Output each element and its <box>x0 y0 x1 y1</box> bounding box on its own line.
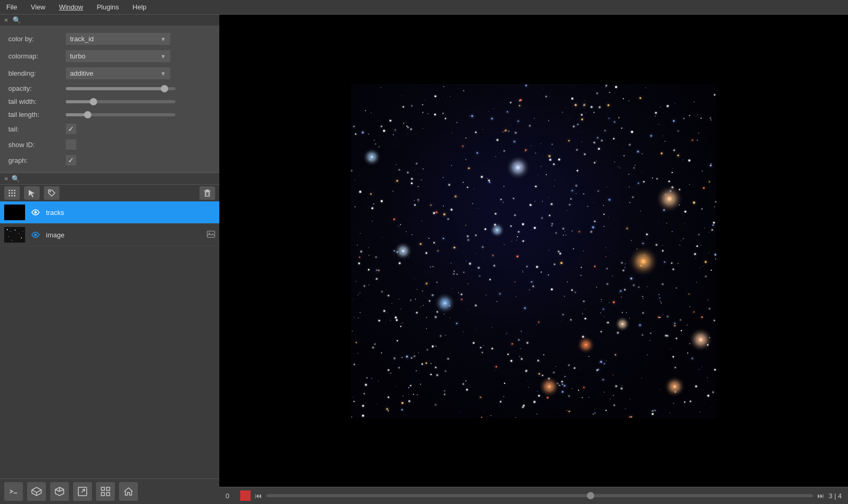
blending-select[interactable]: additive translucent opaque <box>66 67 170 79</box>
menu-file[interactable]: File <box>4 2 19 12</box>
svg-rect-31 <box>101 487 104 490</box>
home-button[interactable] <box>119 482 138 501</box>
svg-rect-13 <box>206 190 208 191</box>
layer-eye-image[interactable] <box>29 229 42 241</box>
blending-label: blending: <box>8 69 66 77</box>
colormap-select-wrapper: turbo viridis plasma inferno magma ▼ <box>66 50 170 62</box>
show-id-row: show ID: <box>8 139 211 150</box>
bottom-toolbar <box>0 478 219 504</box>
svg-point-3 <box>9 193 10 194</box>
graph-checkmark-icon <box>68 156 74 164</box>
svg-point-17 <box>34 234 37 236</box>
svg-line-28 <box>60 489 64 491</box>
tail-checkmark-icon <box>68 125 74 133</box>
menu-help[interactable]: Help <box>131 2 149 12</box>
colormap-select[interactable]: turbo viridis plasma inferno magma <box>66 50 170 62</box>
dots-grid-icon <box>8 189 16 197</box>
svg-point-8 <box>14 195 16 197</box>
frame-separator: | <box>834 492 836 500</box>
svg-point-4 <box>11 193 13 194</box>
total-frames: 4 <box>838 492 842 500</box>
svg-point-0 <box>9 190 10 191</box>
eye-open-image-icon <box>31 231 40 238</box>
graph-checkbox[interactable] <box>66 155 76 165</box>
svg-point-10 <box>50 191 51 193</box>
layer-item-image[interactable]: image <box>0 224 219 246</box>
tail-label: tail: <box>8 125 66 133</box>
svg-point-2 <box>14 190 16 191</box>
grid-button[interactable] <box>96 482 115 501</box>
graph-row: graph: <box>8 155 211 165</box>
dots-tool-button[interactable] <box>4 186 20 200</box>
menubar: File View Window Plugins Help <box>0 0 848 15</box>
svg-point-16 <box>34 211 37 214</box>
close-properties-icon[interactable]: × <box>4 16 8 24</box>
svg-rect-11 <box>205 192 209 196</box>
terminal-button[interactable] <box>4 482 23 501</box>
main-content: × 🔍 color by: track_id label confidence … <box>0 15 848 504</box>
cube-icon <box>55 487 64 496</box>
color-by-select[interactable]: track_id label confidence <box>66 33 170 45</box>
tail-width-row: tail width: <box>8 98 211 105</box>
home-icon <box>124 487 133 496</box>
track-line-red <box>351 284 716 285</box>
colormap-label: colormap: <box>8 52 66 60</box>
cursor-icon <box>28 189 36 197</box>
grid-3d-button[interactable] <box>27 482 46 501</box>
layer-eye-tracks[interactable] <box>29 206 42 219</box>
current-frame: 0 <box>226 492 236 500</box>
layers-toolbar-row: × 🔍 <box>0 173 219 185</box>
properties-toolbar: × 🔍 <box>0 15 219 26</box>
svg-rect-33 <box>101 493 104 496</box>
svg-point-5 <box>14 193 16 194</box>
window-out-icon <box>78 487 87 496</box>
image-container <box>351 84 716 418</box>
skip-to-start-button[interactable]: ⏮ <box>255 491 262 500</box>
opacity-label: opacity: <box>8 85 66 92</box>
search-layers-icon[interactable]: 🔍 <box>11 175 20 183</box>
properties-panel: color by: track_id label confidence ▼ co… <box>0 26 219 173</box>
frame-info: 3 | 4 <box>829 492 842 500</box>
canvas-area[interactable] <box>219 15 848 487</box>
image-type-icon <box>207 231 215 239</box>
tail-length-slider[interactable] <box>66 113 175 116</box>
blending-select-wrapper: additive translucent opaque ▼ <box>66 67 170 79</box>
menu-view[interactable]: View <box>29 2 48 12</box>
show-id-checkbox[interactable] <box>66 139 76 150</box>
tail-length-row: tail length: <box>8 111 211 118</box>
menu-plugins[interactable]: Plugins <box>95 2 121 12</box>
delete-layer-button[interactable] <box>199 186 215 200</box>
cube-button[interactable] <box>50 482 69 501</box>
layer-name-tracks: tracks <box>46 209 215 217</box>
terminal-icon <box>9 488 18 495</box>
progress-thumb <box>587 492 594 499</box>
skip-to-end-button[interactable]: ⏭ <box>817 491 825 500</box>
color-by-row: color by: track_id label confidence ▼ <box>8 33 211 45</box>
layer-tools-row <box>0 185 219 201</box>
svg-marker-9 <box>29 190 35 197</box>
search-properties-icon[interactable]: 🔍 <box>13 16 21 24</box>
left-panel: × 🔍 color by: track_id label confidence … <box>0 15 219 504</box>
tail-width-slider[interactable] <box>66 100 175 103</box>
svg-point-7 <box>11 195 13 197</box>
progress-bar[interactable] <box>266 494 813 497</box>
close-layers-icon[interactable]: × <box>4 175 8 183</box>
stop-button[interactable] <box>240 490 251 501</box>
svg-point-6 <box>9 195 10 197</box>
layer-item-tracks[interactable]: tracks <box>0 201 219 224</box>
tail-length-label: tail length: <box>8 111 66 118</box>
grid-3d-icon <box>31 487 42 496</box>
svg-marker-21 <box>32 487 41 493</box>
layer-name-image: image <box>46 231 203 239</box>
tag-tool-button[interactable] <box>44 186 60 200</box>
opacity-slider[interactable] <box>66 87 175 90</box>
eye-open-icon <box>31 209 40 216</box>
svg-rect-34 <box>107 493 110 496</box>
track-line-green <box>351 224 716 225</box>
svg-line-30 <box>81 489 85 493</box>
tail-checkbox[interactable] <box>66 124 76 134</box>
menu-window[interactable]: Window <box>57 2 85 12</box>
window-out-button[interactable] <box>73 482 92 501</box>
svg-line-27 <box>55 489 60 491</box>
cursor-tool-button[interactable] <box>24 186 40 200</box>
